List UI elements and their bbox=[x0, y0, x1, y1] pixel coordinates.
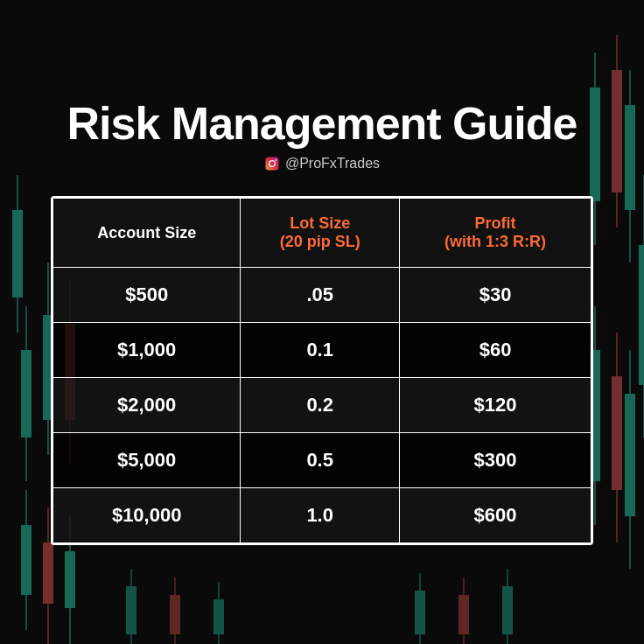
svg-rect-11 bbox=[43, 542, 53, 604]
cell-lot-4: 1.0 bbox=[241, 488, 400, 543]
table-row: $10,0001.0$600 bbox=[53, 488, 592, 543]
cell-profit-4: $600 bbox=[400, 488, 592, 543]
cell-lot-3: 0.5 bbox=[241, 433, 400, 488]
col-header-profit: Profit(with 1:3 R:R) bbox=[400, 199, 592, 268]
instagram-icon bbox=[264, 156, 280, 172]
svg-rect-19 bbox=[625, 105, 635, 210]
page-title: Risk Management Guide bbox=[67, 99, 578, 149]
social-handle: @ProFxTrades bbox=[264, 156, 380, 172]
svg-rect-25 bbox=[625, 394, 635, 516]
table-header-row: Account Size Lot Size(20 pip SL) Profit(… bbox=[53, 199, 592, 268]
svg-point-42 bbox=[275, 159, 276, 161]
cell-account-3: $5,000 bbox=[53, 433, 241, 488]
cell-lot-1: 0.1 bbox=[241, 323, 400, 378]
svg-rect-40 bbox=[265, 158, 278, 171]
cell-account-4: $10,000 bbox=[53, 488, 241, 543]
svg-rect-39 bbox=[502, 586, 513, 634]
svg-rect-1 bbox=[21, 350, 32, 438]
col-header-lot: Lot Size(20 pip SL) bbox=[241, 199, 400, 268]
risk-table-container: Account Size Lot Size(20 pip SL) Profit(… bbox=[51, 196, 593, 545]
cell-lot-2: 0.2 bbox=[241, 378, 400, 433]
svg-rect-9 bbox=[21, 525, 32, 595]
svg-rect-7 bbox=[12, 210, 23, 298]
cell-account-1: $1,000 bbox=[53, 323, 241, 378]
svg-rect-23 bbox=[612, 376, 622, 490]
svg-rect-29 bbox=[126, 586, 136, 634]
table-row: $2,0000.2$120 bbox=[53, 378, 592, 433]
cell-profit-1: $60 bbox=[400, 323, 592, 378]
risk-table: Account Size Lot Size(20 pip SL) Profit(… bbox=[52, 198, 592, 543]
col-header-account: Account Size bbox=[53, 199, 241, 268]
cell-lot-0: .05 bbox=[241, 268, 400, 323]
cell-account-0: $500 bbox=[53, 268, 241, 323]
svg-rect-31 bbox=[170, 595, 180, 634]
cell-profit-2: $120 bbox=[400, 378, 592, 433]
table-row: $5,0000.5$300 bbox=[53, 433, 592, 488]
cell-profit-3: $300 bbox=[400, 433, 592, 488]
cell-account-2: $2,000 bbox=[53, 378, 241, 433]
table-row: $1,0000.1$60 bbox=[53, 323, 592, 378]
table-row: $500.05$30 bbox=[53, 268, 592, 323]
main-content: Risk Management Guide @ProFxTrades A bbox=[33, 99, 611, 545]
svg-rect-27 bbox=[639, 245, 644, 385]
svg-rect-37 bbox=[458, 595, 469, 634]
svg-rect-17 bbox=[612, 70, 622, 192]
svg-rect-35 bbox=[415, 591, 425, 634]
cell-profit-0: $30 bbox=[400, 268, 592, 323]
svg-rect-13 bbox=[65, 551, 75, 608]
svg-rect-33 bbox=[214, 599, 224, 634]
handle-text: @ProFxTrades bbox=[285, 156, 380, 172]
